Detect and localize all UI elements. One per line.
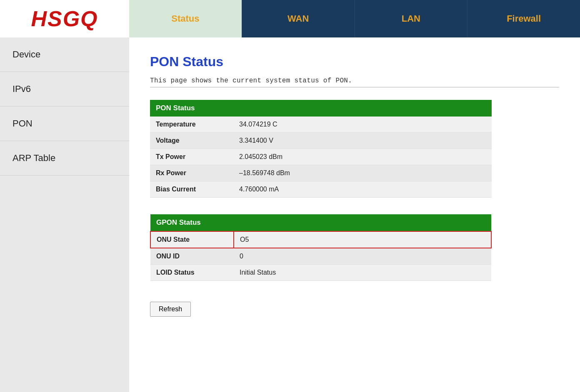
sidebar: Device IPv6 PON ARP Table	[0, 37, 129, 392]
nav-lan[interactable]: LAN	[355, 0, 468, 37]
divider	[150, 87, 559, 87]
pon-voltage-label: Voltage	[150, 133, 233, 149]
pon-txpower-value: 2.045023 dBm	[233, 149, 492, 165]
gpon-onuid-label: ONU ID	[150, 248, 234, 265]
pon-biascurrent-label: Bias Current	[150, 181, 233, 198]
nav-status[interactable]: Status	[129, 0, 242, 37]
table-row: Temperature 34.074219 C	[150, 117, 492, 133]
table-row: LOID Status Initial Status	[150, 265, 491, 281]
table-row: Bias Current 4.760000 mA	[150, 181, 492, 198]
pon-temperature-label: Temperature	[150, 117, 233, 133]
table-row: ONU ID 0	[150, 248, 491, 265]
logo: HSGQ	[31, 6, 98, 31]
gpon-loidstatus-label: LOID Status	[150, 265, 234, 281]
header: HSGQ Status WAN LAN Firewall	[0, 0, 580, 37]
logo-area: HSGQ	[0, 0, 129, 37]
main-layout: Device IPv6 PON ARP Table PON Status Thi…	[0, 37, 580, 392]
gpon-onuid-value: 0	[234, 248, 491, 265]
sidebar-item-ipv6[interactable]: IPv6	[0, 72, 129, 107]
gpon-loidstatus-value: Initial Status	[234, 265, 491, 281]
pon-biascurrent-value: 4.760000 mA	[233, 181, 492, 198]
nav-firewall[interactable]: Firewall	[468, 0, 580, 37]
gpon-onustate-label: ONU State	[150, 231, 234, 248]
gpon-onustate-value: O5	[234, 231, 491, 248]
table-row: Rx Power –18.569748 dBm	[150, 165, 492, 181]
page-description: This page shows the current system statu…	[150, 77, 559, 84]
gpon-table-header: GPON Status	[150, 214, 491, 231]
main-nav: Status WAN LAN Firewall	[129, 0, 580, 37]
table-row: Voltage 3.341400 V	[150, 133, 492, 149]
nav-wan[interactable]: WAN	[242, 0, 355, 37]
content-area: PON Status This page shows the current s…	[129, 37, 580, 392]
pon-voltage-value: 3.341400 V	[233, 133, 492, 149]
pon-status-table: PON Status Temperature 34.074219 C Volta…	[150, 100, 492, 198]
page-title: PON Status	[150, 54, 559, 69]
gpon-onu-state-row: ONU State O5	[150, 231, 491, 248]
sidebar-item-arp[interactable]: ARP Table	[0, 141, 129, 176]
pon-table-header: PON Status	[150, 100, 492, 117]
sidebar-item-device[interactable]: Device	[0, 37, 129, 72]
pon-rxpower-value: –18.569748 dBm	[233, 165, 492, 181]
sidebar-item-pon[interactable]: PON	[0, 107, 129, 141]
table-row: Tx Power 2.045023 dBm	[150, 149, 492, 165]
gpon-status-table: GPON Status ONU State O5 ONU ID 0 LOID S…	[150, 214, 492, 281]
pon-rxpower-label: Rx Power	[150, 165, 233, 181]
pon-temperature-value: 34.074219 C	[233, 117, 492, 133]
refresh-button[interactable]: Refresh	[150, 302, 191, 317]
pon-txpower-label: Tx Power	[150, 149, 233, 165]
